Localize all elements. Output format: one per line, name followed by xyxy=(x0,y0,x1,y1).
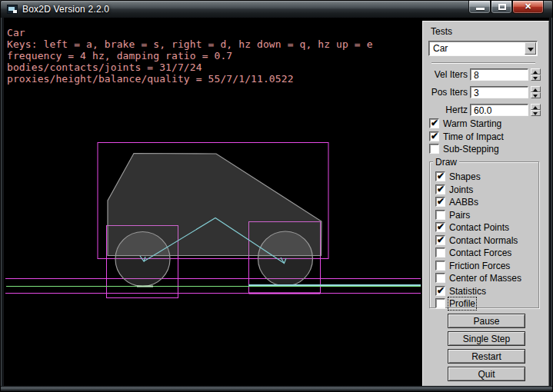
checkbox-row: Sub-Stepping xyxy=(423,144,550,155)
minimize-button[interactable] xyxy=(468,1,491,14)
spinner-input[interactable]: 3 xyxy=(470,86,528,98)
spinner-row: Pos Iters3 xyxy=(423,86,550,99)
arrow-up-icon xyxy=(533,88,538,91)
quit-button[interactable]: Quit xyxy=(448,367,525,381)
spinner-up-button[interactable] xyxy=(531,86,541,92)
arrow-up-icon xyxy=(533,71,538,74)
spinner-down-button[interactable] xyxy=(531,92,541,98)
checkbox-label: AABBs xyxy=(449,197,478,208)
box2d-window: Box2D Version 2.2.0 ✕ xyxy=(0,0,553,392)
checkbox-row: Statistics xyxy=(423,286,550,297)
spinner-row: Hertz60.0 xyxy=(423,104,550,117)
checkbox[interactable] xyxy=(435,210,445,220)
spinner-down-button[interactable] xyxy=(531,110,541,116)
checkbox-label: Center of Masses xyxy=(449,273,521,284)
spinner-up-button[interactable] xyxy=(531,68,541,75)
spinner-up-button[interactable] xyxy=(531,104,541,110)
stats-line: Keys: left = a, brake = s, right = d, hz… xyxy=(7,38,373,50)
checkbox[interactable] xyxy=(435,197,445,207)
checkbox-label: Pairs xyxy=(449,210,470,221)
titlebar[interactable]: Box2D Version 2.2.0 ✕ xyxy=(1,1,553,18)
arrow-up-icon xyxy=(533,106,538,109)
single-step-button[interactable]: Single Step xyxy=(448,331,525,346)
maximize-icon xyxy=(498,4,506,10)
spinner-row: Vel Iters8 xyxy=(423,68,550,81)
spinner-label: Pos Iters xyxy=(423,87,468,98)
checkbox-row: Joints xyxy=(423,184,550,196)
spinner-buttons xyxy=(531,104,541,117)
checkbox-row: Contact Forces xyxy=(423,247,550,259)
checkbox[interactable] xyxy=(435,261,445,271)
checkbox-row: Profile xyxy=(423,298,550,310)
checkbox[interactable] xyxy=(435,235,445,245)
checkbox[interactable] xyxy=(429,131,439,141)
restart-button[interactable]: Restart xyxy=(448,349,525,364)
checkbox[interactable] xyxy=(429,144,439,154)
spinner-buttons xyxy=(531,68,541,81)
checkbox-label: Warm Starting xyxy=(443,118,501,129)
checkbox[interactable] xyxy=(435,184,445,194)
dropdown-arrow-button[interactable] xyxy=(525,42,536,55)
spinner-label: Hertz xyxy=(423,105,468,115)
pause-button[interactable]: Pause xyxy=(448,314,525,328)
checkbox-row: Time of Impact xyxy=(423,131,550,143)
client-area: CarKeys: left = a, brake = s, right = d,… xyxy=(4,18,549,387)
control-panel: Tests Car Vel Iters8Pos Iters3Hertz60.0 … xyxy=(422,21,549,387)
checkbox-label: Sub-Stepping xyxy=(443,144,499,154)
checkbox-row: Center of Masses xyxy=(423,273,550,284)
checkbox-label: Contact Points xyxy=(449,222,509,233)
checkbox[interactable] xyxy=(435,171,445,181)
checkbox-label: Shapes xyxy=(449,171,481,182)
close-icon: ✕ xyxy=(513,2,543,12)
separator xyxy=(431,62,535,64)
maximize-button[interactable] xyxy=(491,1,512,14)
stats-line: Car xyxy=(7,27,373,38)
statistics-text: CarKeys: left = a, brake = s, right = d,… xyxy=(7,27,373,85)
chevron-down-icon xyxy=(528,48,534,51)
minimize-icon xyxy=(476,8,485,10)
checkbox-label: Contact Forces xyxy=(449,247,511,258)
stats-line: bodies/contacts/joints = 31/7/24 xyxy=(7,61,373,73)
spinner-label: Vel Iters xyxy=(423,69,468,80)
window-title: Box2D Version 2.2.0 xyxy=(22,4,109,15)
checkbox[interactable] xyxy=(435,273,445,283)
checkbox[interactable] xyxy=(435,247,445,257)
spinner-input[interactable]: 8 xyxy=(470,68,528,81)
checkbox-row: Contact Normals xyxy=(423,235,550,247)
tests-dropdown[interactable]: Car xyxy=(428,41,538,56)
checkbox[interactable] xyxy=(435,298,445,308)
app-icon xyxy=(7,5,18,14)
tests-label: Tests xyxy=(431,26,452,37)
checkbox[interactable] xyxy=(429,118,439,128)
spinner-down-button[interactable] xyxy=(531,75,541,81)
right-wheel[interactable] xyxy=(258,231,313,286)
checkbox-row: Friction Forces xyxy=(423,261,550,272)
checkbox-row: Contact Points xyxy=(423,222,550,234)
checkbox-row: Warm Starting xyxy=(423,118,550,130)
checkbox[interactable] xyxy=(435,286,445,296)
stats-line: frequency = 4 hz, damping ratio = 0.7 xyxy=(7,50,373,61)
arrow-down-icon xyxy=(533,95,538,98)
arrow-down-icon xyxy=(533,77,538,80)
checkbox-label: Friction Forces xyxy=(449,261,510,271)
spinner-input[interactable]: 60.0 xyxy=(470,104,528,116)
window-bottom-frame xyxy=(1,386,553,391)
checkbox-row: AABBs xyxy=(423,197,550,208)
checkbox-row: Shapes xyxy=(423,171,550,183)
close-button[interactable]: ✕ xyxy=(512,1,544,14)
tests-selected-value: Car xyxy=(433,43,448,54)
spinner-buttons xyxy=(531,86,541,99)
checkbox-label: Statistics xyxy=(449,286,486,297)
checkbox-label: Contact Normals xyxy=(449,235,518,246)
app-icon-corner xyxy=(13,10,17,13)
checkbox-label: Profile xyxy=(449,298,475,309)
checkbox-label: Joints xyxy=(449,184,473,195)
checkbox-label: Time of Impact xyxy=(443,131,504,142)
arrow-down-icon xyxy=(533,112,538,115)
stats-line: proxies/height/balance/quality = 55/7/1/… xyxy=(7,73,373,85)
draw-group-label: Draw xyxy=(433,157,459,168)
checkbox[interactable] xyxy=(435,222,445,232)
checkbox-row: Pairs xyxy=(423,210,550,221)
